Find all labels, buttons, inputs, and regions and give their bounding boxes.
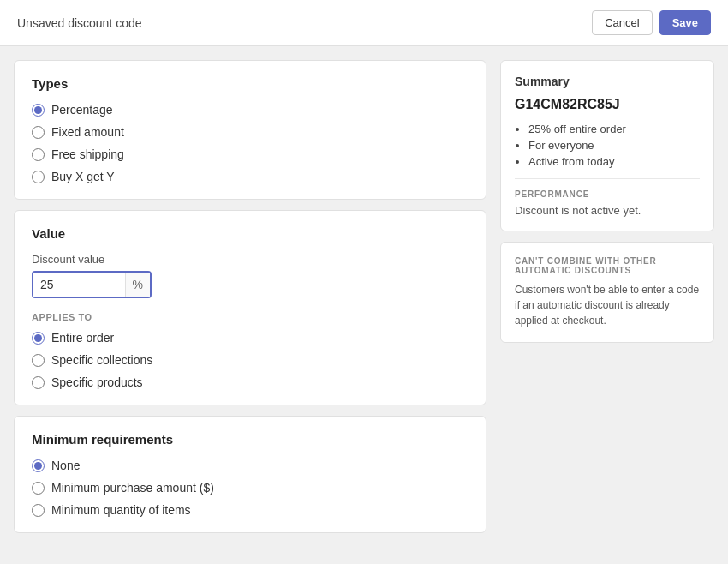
type-free-shipping[interactable]: Free shipping — [32, 147, 468, 161]
applies-specific-collections[interactable]: Specific collections — [32, 353, 468, 367]
min-req-purchase-label: Minimum purchase amount ($) — [51, 481, 214, 495]
divider — [515, 178, 700, 179]
performance-label: PERFORMANCE — [515, 189, 700, 199]
min-req-card: Minimum requirements None Minimum purcha… — [14, 416, 486, 533]
discount-value-label: Discount value — [32, 253, 468, 266]
type-free-shipping-radio[interactable] — [32, 148, 45, 161]
min-req-title: Minimum requirements — [32, 432, 468, 447]
types-card-title: Types — [32, 76, 468, 91]
left-column: Types Percentage Fixed amount Free shipp… — [14, 60, 486, 533]
discount-value-input[interactable] — [33, 273, 125, 297]
combine-text: Customers won't be able to enter a code … — [515, 282, 700, 328]
save-button[interactable]: Save — [659, 10, 711, 35]
type-percentage[interactable]: Percentage — [32, 103, 468, 117]
min-req-quantity-label: Minimum quantity of items — [51, 503, 191, 517]
type-fixed-radio[interactable] — [32, 126, 45, 139]
header: Unsaved discount code Cancel Save — [0, 0, 728, 46]
summary-list: 25% off entire order For everyone Active… — [515, 123, 700, 168]
min-req-none[interactable]: None — [32, 459, 468, 472]
applies-products-label: Specific products — [51, 375, 143, 389]
type-percentage-radio[interactable] — [32, 104, 45, 117]
applies-to-label: APPLIES TO — [32, 312, 468, 322]
discount-value-wrapper: % — [32, 271, 152, 298]
right-column: Summary G14CM82RC85J 25% off entire orde… — [500, 60, 714, 533]
applies-collections-label: Specific collections — [51, 353, 152, 367]
min-req-none-label: None — [51, 459, 80, 472]
value-card-title: Value — [32, 226, 468, 241]
min-req-purchase[interactable]: Minimum purchase amount ($) — [32, 481, 468, 495]
type-percentage-label: Percentage — [51, 103, 113, 117]
discount-code: G14CM82RC85J — [515, 97, 700, 112]
type-free-shipping-label: Free shipping — [51, 147, 124, 161]
type-bxgy-label: Buy X get Y — [51, 170, 115, 183]
applies-products-radio[interactable] — [32, 376, 45, 389]
value-card: Value Discount value % APPLIES TO Entire… — [14, 210, 486, 405]
applies-entire-label: Entire order — [51, 331, 114, 345]
summary-card: Summary G14CM82RC85J 25% off entire orde… — [500, 60, 714, 231]
min-req-none-radio[interactable] — [32, 459, 45, 472]
applies-collections-radio[interactable] — [32, 354, 45, 367]
summary-bullet-2: Active from today — [528, 155, 700, 168]
min-req-radio-group: None Minimum purchase amount ($) Minimum… — [32, 459, 468, 517]
type-bxgy-radio[interactable] — [32, 171, 45, 183]
combine-card: CAN'T COMBINE WITH OTHER AUTOMATIC DISCO… — [500, 242, 714, 343]
summary-bullet-0: 25% off entire order — [528, 123, 700, 135]
applies-radio-group: Entire order Specific collections Specif… — [32, 331, 468, 389]
types-radio-group: Percentage Fixed amount Free shipping Bu… — [32, 103, 468, 183]
percent-suffix: % — [125, 273, 150, 297]
applies-entire-radio[interactable] — [32, 332, 45, 345]
summary-bullet-1: For everyone — [528, 139, 700, 152]
cancel-button[interactable]: Cancel — [592, 10, 652, 35]
type-fixed-amount[interactable]: Fixed amount — [32, 125, 468, 139]
type-fixed-label: Fixed amount — [51, 125, 124, 139]
performance-text: Discount is not active yet. — [515, 204, 700, 217]
min-req-quantity-radio[interactable] — [32, 504, 45, 517]
header-actions: Cancel Save — [592, 10, 711, 35]
min-req-quantity[interactable]: Minimum quantity of items — [32, 503, 468, 517]
page-title: Unsaved discount code — [17, 16, 142, 30]
applies-specific-products[interactable]: Specific products — [32, 375, 468, 389]
type-buy-x-get-y[interactable]: Buy X get Y — [32, 170, 468, 183]
min-req-purchase-radio[interactable] — [32, 482, 45, 495]
summary-title: Summary — [515, 75, 700, 88]
types-card: Types Percentage Fixed amount Free shipp… — [14, 60, 486, 200]
main-content: Types Percentage Fixed amount Free shipp… — [0, 46, 728, 547]
combine-title: CAN'T COMBINE WITH OTHER AUTOMATIC DISCO… — [515, 256, 700, 275]
applies-entire-order[interactable]: Entire order — [32, 331, 468, 345]
